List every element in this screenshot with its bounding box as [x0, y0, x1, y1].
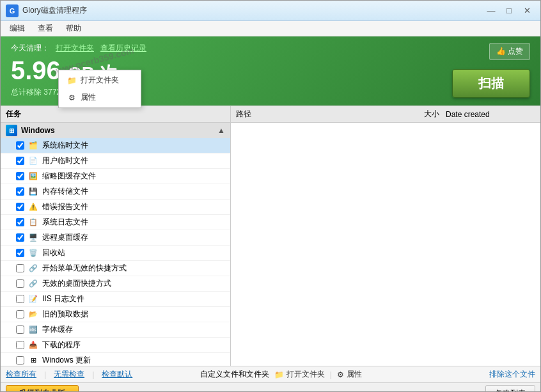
check-all-link[interactable]: 检查所有	[6, 369, 36, 380]
menu-bar: 编辑 查看 帮助	[1, 21, 540, 36]
task-check-13[interactable]	[16, 341, 24, 349]
task-item-13[interactable]: 📥 下载的程序	[1, 338, 230, 353]
header-today: 今天清理： 打开文件夹 查看历史记录	[11, 43, 452, 54]
properties-icon: ⚙	[67, 93, 77, 103]
task-icon-6: 🖥️	[28, 233, 38, 243]
properties-action[interactable]: ⚙ 属性	[337, 369, 362, 380]
bottom-bar: 检查所有 | 无需检查 | 检查默认 自定义文件和文件夹 📁 打开文件夹 | ⚙…	[1, 366, 540, 382]
task-check-4[interactable]	[16, 203, 24, 211]
task-icon-7: 🗑️	[28, 248, 38, 258]
no-check-link[interactable]: 无需检查	[54, 369, 84, 380]
check-default-link[interactable]: 检查默认	[102, 369, 132, 380]
size-value: 5.96	[11, 56, 61, 84]
task-label-9: 无效的桌面快捷方式	[42, 278, 111, 289]
task-icon-0: 🗂️	[28, 141, 38, 151]
customize-label: 自定义文件和文件夹	[200, 369, 269, 380]
task-check-2[interactable]	[16, 172, 24, 180]
minimize-button[interactable]: —	[483, 4, 499, 18]
task-item-3[interactable]: 💾 内存转储文件	[1, 184, 230, 200]
title-text: Glory磁盘清理程序	[22, 5, 483, 16]
history-link[interactable]: 查看历史记录	[100, 43, 146, 54]
task-label-12: 字体缓存	[42, 324, 73, 335]
like-button[interactable]: 👍 点赞	[489, 43, 530, 60]
task-icon-10: 📝	[28, 294, 38, 304]
task-label-0: 系统临时文件	[42, 140, 88, 151]
task-check-0[interactable]	[16, 141, 24, 150]
task-icon-1: 📄	[28, 156, 38, 166]
task-label-13: 下载的程序	[42, 340, 81, 350]
task-item-0[interactable]: 🗂️ 系统临时文件	[1, 138, 230, 153]
context-menu: 📁 打开文件夹 ⚙ 属性	[58, 70, 141, 108]
task-item-11[interactable]: 📂 旧的预取数据	[1, 307, 230, 322]
ctx-open-folder[interactable]: 📁 打开文件夹	[59, 72, 141, 89]
task-icon-11: 📂	[28, 310, 38, 320]
task-icon-5: 📋	[28, 217, 38, 228]
ctx-properties-label: 属性	[81, 92, 96, 103]
task-check-10[interactable]	[16, 295, 24, 303]
task-label-2: 缩略图缓存文件	[42, 171, 96, 182]
task-check-12[interactable]	[16, 325, 24, 334]
task-icon-8: 🔗	[28, 263, 38, 274]
task-check-1[interactable]	[16, 157, 24, 165]
task-icon-3: 💾	[28, 187, 38, 197]
task-check-9[interactable]	[16, 279, 24, 288]
col-path-header: 路径	[236, 109, 395, 120]
task-item-2[interactable]: 🖼️ 缩略图缓存文件	[1, 169, 230, 184]
today-label: 今天清理：	[11, 43, 49, 54]
task-item-14[interactable]: ⊞ Windows 更新	[1, 353, 230, 366]
header-right: 👍 点赞 扫描	[452, 43, 530, 98]
menu-edit[interactable]: 编辑	[3, 22, 31, 35]
ignore-list-button[interactable]: 忽略列表	[485, 385, 535, 392]
task-icon-12: 🔤	[28, 325, 38, 335]
scan-button[interactable]: 扫描	[452, 69, 530, 98]
menu-help[interactable]: 帮助	[59, 22, 88, 35]
task-label-4: 错误报告文件	[42, 201, 88, 212]
app-icon: G	[6, 4, 19, 17]
left-panel-header: 任务	[1, 106, 230, 123]
ctx-properties[interactable]: ⚙ 属性	[59, 89, 141, 106]
col-size-header: 大小	[395, 109, 446, 120]
group-windows-label: Windows	[21, 126, 55, 135]
right-content	[231, 123, 540, 366]
task-label-10: IIS 日志文件	[42, 294, 84, 304]
task-item-10[interactable]: 📝 IIS 日志文件	[1, 292, 230, 307]
task-item-7[interactable]: 🗑️ 回收站	[1, 246, 230, 261]
task-label-7: 回收站	[42, 247, 65, 258]
upgrade-button[interactable]: 升级到专业版	[6, 385, 79, 392]
task-item-12[interactable]: 🔤 字体缓存	[1, 322, 230, 338]
exclude-file-link[interactable]: 排除这个文件	[489, 369, 535, 380]
task-check-6[interactable]	[16, 233, 24, 242]
task-icon-13: 📥	[28, 340, 38, 350]
open-folder-action[interactable]: 📁 打开文件夹	[274, 369, 325, 380]
close-button[interactable]: ✕	[519, 4, 535, 18]
col-date-header: Date created	[446, 110, 535, 119]
header-area: 今天清理： 打开文件夹 查看历史记录 5.96 GB 次 总计移除 3772 个…	[1, 36, 540, 106]
open-folder-link[interactable]: 打开文件夹	[56, 43, 94, 54]
maximize-button[interactable]: □	[501, 4, 517, 18]
menu-view[interactable]: 查看	[31, 22, 59, 35]
task-check-5[interactable]	[16, 218, 24, 226]
task-check-7[interactable]	[16, 249, 24, 257]
bottom-actions: 自定义文件和文件夹 📁 打开文件夹 | ⚙ 属性	[200, 369, 362, 380]
ctx-open-folder-label: 打开文件夹	[81, 75, 119, 86]
task-check-11[interactable]	[16, 310, 24, 318]
task-item-5[interactable]: 📋 系统日志文件	[1, 215, 230, 230]
windows-icon: ⊞	[6, 125, 17, 136]
task-item-6[interactable]: 🖥️ 远程桌面缓存	[1, 230, 230, 246]
task-check-3[interactable]	[16, 187, 24, 196]
task-item-8[interactable]: 🔗 开始菜单无效的快捷方式	[1, 261, 230, 276]
task-check-8[interactable]	[16, 264, 24, 272]
folder-action-icon: 📁	[274, 370, 284, 379]
title-controls: — □ ✕	[483, 4, 535, 18]
task-item-1[interactable]: 📄 用户临时文件	[1, 153, 230, 169]
task-group-windows: ⊞ Windows ▲	[1, 123, 230, 138]
task-label-14: Windows 更新	[42, 355, 91, 366]
task-check-14[interactable]	[16, 356, 24, 365]
task-label-6: 远程桌面缓存	[42, 232, 88, 243]
group-collapse-icon[interactable]: ▲	[217, 126, 225, 135]
task-icon-14: ⊞	[28, 356, 38, 366]
right-panel-header: 路径 大小 Date created	[231, 106, 540, 123]
task-item-4[interactable]: ⚠️ 错误报告文件	[1, 200, 230, 215]
task-label-1: 用户临时文件	[42, 155, 88, 166]
task-item-9[interactable]: 🔗 无效的桌面快捷方式	[1, 276, 230, 292]
